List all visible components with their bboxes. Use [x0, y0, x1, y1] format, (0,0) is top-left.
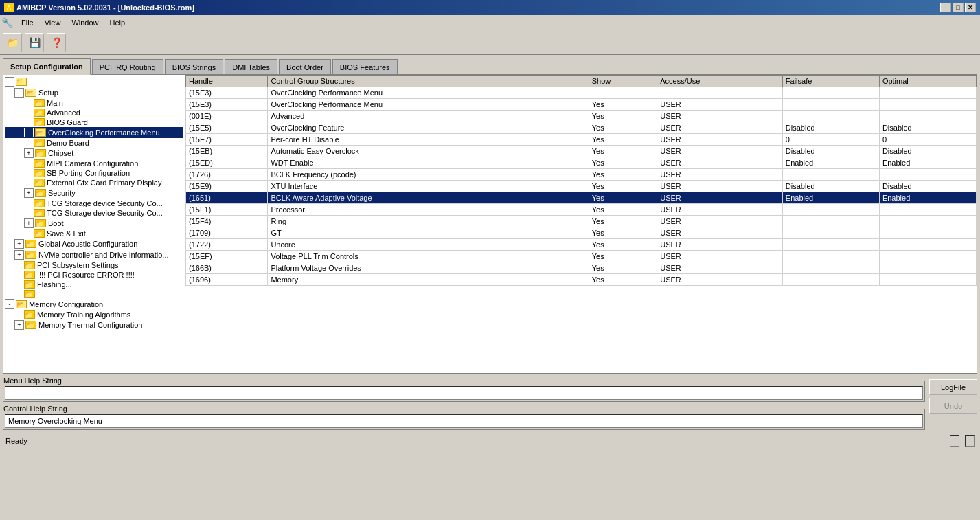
tree-toggle-root[interactable]: -	[5, 77, 14, 87]
folder-icon-gfx: 📁	[34, 179, 45, 187]
tree-item-demo-board[interactable]: 📁 Demo Board	[5, 138, 183, 148]
tree-item-empty[interactable]: 📁	[5, 289, 183, 299]
table-row[interactable]: (1722)UncoreYesUSER	[186, 239, 977, 251]
table-row[interactable]: (15E9)XTU InterfaceYesUSERDisabledDisabl…	[186, 181, 977, 192]
tree-toggle-thermal[interactable]: +	[14, 320, 24, 330]
table-row[interactable]: (1651)BCLK Aware Adaptive VoltageYesUSER…	[186, 192, 977, 204]
tree-item-save-exit[interactable]: 📁 Save & Exit	[5, 229, 183, 238]
tree-item-tcg1[interactable]: 📁 TCG Storage device Security Co...	[5, 199, 183, 208]
tree-panel[interactable]: - 📁 - 📂 Setup 📁 Main 📁 Advanced 📁 BIOS G…	[3, 75, 185, 373]
folder-icon-tcg2: 📁	[34, 209, 45, 217]
tree-label-flash: Flashing...	[37, 280, 72, 289]
table-row[interactable]: (15EF)Voltage PLL Trim ControlsYesUSER	[186, 251, 977, 262]
tree-item-memory-training[interactable]: 📁 Memory Training Algorithms	[5, 310, 183, 319]
table-row[interactable]: (15F4)RingYesUSER	[186, 216, 977, 227]
folder-icon-advanced: 📁	[34, 109, 45, 117]
table-row[interactable]: (15E3)OverClocking Performance Menu	[186, 87, 977, 99]
table-row[interactable]: (166B)Platform Voltage OverridesYesUSER	[186, 262, 977, 274]
tree-item-main[interactable]: 📁 Main	[5, 98, 183, 108]
tree-item-security[interactable]: + 📁 Security	[5, 188, 183, 199]
menu-file[interactable]: File	[16, 15, 39, 30]
grid-panel[interactable]: Handle Control Group Structures Show Acc…	[185, 75, 977, 373]
tab-setup-configuration[interactable]: Setup Configuration	[3, 58, 91, 75]
tree-toggle-setup[interactable]: -	[14, 88, 24, 98]
menu-view[interactable]: View	[39, 15, 67, 30]
tree-toggle-overclocking[interactable]: -	[24, 128, 34, 137]
menu-window[interactable]: Window	[66, 15, 104, 30]
undo-button[interactable]: Undo	[929, 398, 977, 414]
tab-bios-strings[interactable]: BIOS Strings	[165, 59, 224, 74]
tree-item-pci-subsystem[interactable]: 📁 PCI Subsystem Settings	[5, 260, 183, 270]
tree-item-ext-gfx[interactable]: 📁 External Gfx Card Primary Display	[5, 178, 183, 188]
tab-bios-features[interactable]: BIOS Features	[332, 59, 398, 74]
toolbar-save-button[interactable]: 💾	[25, 33, 44, 52]
folder-icon-security: 📁	[35, 189, 46, 197]
tree-label-boot: Boot	[48, 219, 64, 227]
status-panel-1	[950, 435, 959, 447]
status-panel-2	[965, 435, 975, 447]
table-row[interactable]: (1726)BCLK Frequency (pcode)YesUSER	[186, 169, 977, 181]
folder-icon-pcierr: 📁	[24, 271, 35, 279]
tree-item-bios-guard[interactable]: 📁 BIOS Guard	[5, 117, 183, 127]
tree-item-setup[interactable]: - 📂 Setup	[5, 87, 183, 98]
menu-bar-logo: 🔧	[1, 17, 13, 28]
tree-item-overclocking[interactable]: - 📂 OverClocking Performance Menu	[5, 127, 183, 138]
table-row[interactable]: (1709)GTYesUSER	[186, 227, 977, 239]
tree-label-nvme: NVMe controller and Drive informatio...	[38, 251, 169, 259]
folder-icon-mt: 📁	[24, 310, 35, 319]
tree-toggle-boot[interactable]: +	[24, 218, 34, 228]
tree-item-nvme[interactable]: + 📁 NVMe controller and Drive informatio…	[5, 249, 183, 260]
control-help-fieldset: Control Help String	[3, 405, 925, 430]
tree-toggle-memory[interactable]: -	[5, 299, 14, 309]
table-row[interactable]: (15F1)ProcessorYesUSER	[186, 204, 977, 216]
tree-item-advanced[interactable]: 📁 Advanced	[5, 108, 183, 117]
col-control-group: Control Group Structures	[268, 76, 589, 87]
tree-toggle-chipset[interactable]: +	[24, 148, 34, 158]
menu-help[interactable]: Help	[104, 15, 131, 30]
tree-item-flashing[interactable]: 📁 Flashing...	[5, 280, 183, 289]
table-row[interactable]: (15E5)OverClocking FeatureYesUSERDisable…	[186, 122, 977, 134]
tree-item-boot[interactable]: + 📁 Boot	[5, 218, 183, 229]
table-row[interactable]: (15E7)Per-core HT DisableYesUSER00	[186, 134, 977, 146]
col-failsafe: Failsafe	[782, 76, 879, 87]
window-title: AMIBCP Version 5.02.0031 - [Unlocked-BIO…	[16, 3, 194, 12]
folder-icon-demo: 📁	[34, 139, 45, 147]
tab-dmi-tables[interactable]: DMI Tables	[225, 59, 277, 74]
close-button[interactable]: ✕	[965, 3, 976, 12]
tree-toggle-global[interactable]: +	[14, 239, 24, 249]
table-row[interactable]: (15EB)Automatic Easy OverclockYesUSERDis…	[186, 146, 977, 157]
menu-help-input[interactable]	[5, 386, 923, 400]
minimize-button[interactable]: ─	[940, 3, 951, 12]
content-area: - 📁 - 📂 Setup 📁 Main 📁 Advanced 📁 BIOS G…	[3, 74, 977, 374]
table-row[interactable]: (1696)MemoryYesUSER	[186, 274, 977, 286]
tab-pci-irq-routing[interactable]: PCI IRQ Routing	[92, 59, 163, 74]
tab-boot-order[interactable]: Boot Order	[279, 59, 331, 74]
tree-label-security: Security	[48, 189, 76, 197]
tree-label-sb: SB Porting Configuration	[47, 169, 130, 177]
table-row[interactable]: (001E)AdvancedYesUSER	[186, 111, 977, 122]
tree-item-mipi[interactable]: 📁 MIPI Camera Configuration	[5, 159, 183, 168]
tree-item-global-acoustic[interactable]: + 📁 Global Acoustic Configuration	[5, 238, 183, 249]
tree-spacer-bottom	[5, 330, 183, 372]
tree-item-tcg2[interactable]: 📁 TCG Storage device Security Co...	[5, 208, 183, 218]
tree-item-pci-error[interactable]: 📁 !!!! PCI Resource ERROR !!!!	[5, 270, 183, 280]
col-handle: Handle	[186, 76, 268, 87]
tree-toggle-security[interactable]: +	[24, 188, 34, 198]
tree-toggle-nvme[interactable]: +	[14, 250, 24, 260]
action-buttons: LogFile Undo	[929, 376, 977, 414]
tree-item-sb-porting[interactable]: 📁 SB Porting Configuration	[5, 168, 183, 178]
menu-help-legend: Menu Help String	[3, 376, 62, 385]
table-row[interactable]: (15E3)OverClocking Performance MenuYesUS…	[186, 99, 977, 111]
tree-item-memory-config[interactable]: - 📂 Memory Configuration	[5, 299, 183, 310]
logfile-button[interactable]: LogFile	[929, 379, 977, 395]
tree-item-memory-thermal[interactable]: + 📁 Memory Thermal Configuration	[5, 319, 183, 330]
table-row[interactable]: (15ED)WDT EnableYesUSEREnabledEnabled	[186, 157, 977, 169]
tree-item-chipset[interactable]: + 📁 Chipset	[5, 148, 183, 159]
toolbar-open-button[interactable]: 📁	[3, 33, 22, 52]
col-access: Access/Use	[657, 76, 783, 87]
control-help-input[interactable]	[5, 414, 923, 428]
toolbar-help-button[interactable]: ❓	[47, 33, 66, 52]
tree-label-main: Main	[47, 99, 63, 107]
tree-item-root[interactable]: - 📁	[5, 76, 183, 87]
maximize-button[interactable]: □	[953, 3, 964, 12]
